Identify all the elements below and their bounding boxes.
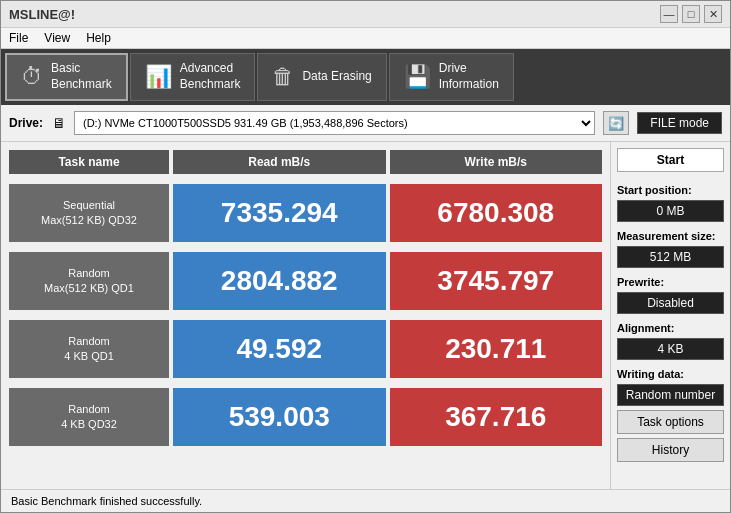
row4-name: Random4 KB QD32 — [9, 388, 169, 446]
table-row: SequentialMax(512 KB) QD32 7335.294 6780… — [9, 184, 602, 242]
writing-data-label: Writing data: — [617, 368, 724, 380]
row1-write: 6780.308 — [390, 184, 603, 242]
row3-write: 230.711 — [390, 320, 603, 378]
row2-read: 2804.882 — [173, 252, 386, 310]
prewrite-label: Prewrite: — [617, 276, 724, 288]
drive-information-icon: 💾 — [404, 64, 431, 90]
menu-bar: File View Help — [1, 28, 730, 49]
file-mode-button[interactable]: FILE mode — [637, 112, 722, 134]
header-read: Read mB/s — [173, 150, 386, 174]
table-row: Random4 KB QD1 49.592 230.711 — [9, 320, 602, 378]
drive-row: Drive: 🖥 (D:) NVMe CT1000T500SSD5 931.49… — [1, 105, 730, 142]
drive-refresh-button[interactable]: 🔄 — [603, 111, 629, 135]
row3-read: 49.592 — [173, 320, 386, 378]
measurement-size-label: Measurement size: — [617, 230, 724, 242]
main-area: Task name Read mB/s Write mB/s Sequentia… — [1, 142, 730, 489]
header-task-name: Task name — [9, 150, 169, 174]
task-options-button[interactable]: Task options — [617, 410, 724, 434]
window-controls[interactable]: — □ ✕ — [660, 5, 722, 23]
basic-benchmark-icon: ⏱ — [21, 64, 43, 90]
basic-benchmark-label: BasicBenchmark — [51, 61, 112, 92]
app-logo: MSLINE@! — [9, 7, 75, 22]
status-text: Basic Benchmark finished successfully. — [11, 495, 202, 507]
alignment-value: 4 KB — [617, 338, 724, 360]
menu-view[interactable]: View — [44, 31, 70, 45]
drive-label: Drive: — [9, 116, 44, 130]
history-button[interactable]: History — [617, 438, 724, 462]
advanced-benchmark-label: AdvancedBenchmark — [180, 61, 241, 92]
benchmark-panel: Task name Read mB/s Write mB/s Sequentia… — [1, 142, 610, 489]
title-bar: MSLINE@! — □ ✕ — [1, 1, 730, 28]
drive-information-label: DriveInformation — [439, 61, 499, 92]
table-row: Random4 KB QD32 539.003 367.716 — [9, 388, 602, 446]
drive-icon: 🖥 — [52, 115, 66, 131]
toolbar: ⏱ BasicBenchmark 📊 AdvancedBenchmark 🗑 D… — [1, 49, 730, 105]
data-erasing-icon: 🗑 — [272, 64, 294, 90]
row4-write: 367.716 — [390, 388, 603, 446]
right-panel: Start Start position: 0 MB Measurement s… — [610, 142, 730, 489]
start-position-label: Start position: — [617, 184, 724, 196]
maximize-button[interactable]: □ — [682, 5, 700, 23]
advanced-benchmark-icon: 📊 — [145, 64, 172, 90]
close-button[interactable]: ✕ — [704, 5, 722, 23]
start-position-value: 0 MB — [617, 200, 724, 222]
prewrite-value: Disabled — [617, 292, 724, 314]
row1-read: 7335.294 — [173, 184, 386, 242]
toolbar-basic-benchmark[interactable]: ⏱ BasicBenchmark — [5, 53, 128, 101]
menu-file[interactable]: File — [9, 31, 28, 45]
writing-data-value: Random number — [617, 384, 724, 406]
measurement-size-value: 512 MB — [617, 246, 724, 268]
header-write: Write mB/s — [390, 150, 603, 174]
data-erasing-label: Data Erasing — [302, 69, 371, 85]
row2-write: 3745.797 — [390, 252, 603, 310]
row2-name: RandomMax(512 KB) QD1 — [9, 252, 169, 310]
status-bar: Basic Benchmark finished successfully. — [1, 489, 730, 512]
toolbar-advanced-benchmark[interactable]: 📊 AdvancedBenchmark — [130, 53, 256, 101]
toolbar-data-erasing[interactable]: 🗑 Data Erasing — [257, 53, 386, 101]
table-header: Task name Read mB/s Write mB/s — [9, 150, 602, 174]
menu-help[interactable]: Help — [86, 31, 111, 45]
minimize-button[interactable]: — — [660, 5, 678, 23]
row1-name: SequentialMax(512 KB) QD32 — [9, 184, 169, 242]
toolbar-drive-information[interactable]: 💾 DriveInformation — [389, 53, 514, 101]
row3-name: Random4 KB QD1 — [9, 320, 169, 378]
drive-select[interactable]: (D:) NVMe CT1000T500SSD5 931.49 GB (1,95… — [74, 111, 595, 135]
table-row: RandomMax(512 KB) QD1 2804.882 3745.797 — [9, 252, 602, 310]
start-button[interactable]: Start — [617, 148, 724, 172]
row4-read: 539.003 — [173, 388, 386, 446]
alignment-label: Alignment: — [617, 322, 724, 334]
